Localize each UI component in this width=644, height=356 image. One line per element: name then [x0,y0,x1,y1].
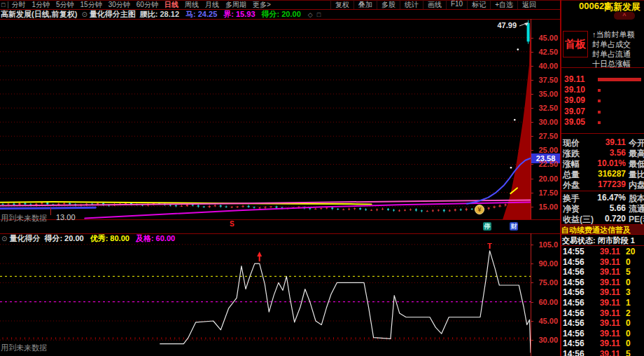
main-axis-tick [531,150,533,151]
ladder-row-39.10[interactable]: 39.10 [561,85,644,95]
symbol-title: 高新发展(日线,前复权) [1,9,77,20]
sub-collapse-icon[interactable]: ⊙ [1,235,7,242]
period-tab-月线[interactable]: 月线 [205,0,219,10]
field-马: 马: 24.25 [186,9,217,20]
tick-volume: 0 [626,318,631,328]
sub-axis-label-30.00: 30.00 [538,336,558,344]
sub-axis-label-75.00: 75.00 [538,278,558,287]
indicator-title[interactable]: 量化得分主图 [90,9,136,20]
toolbar-button-标记[interactable]: 标记 [467,0,490,10]
ladder-volume-bar [598,121,601,124]
toolbar-button-复权[interactable]: 复权 [330,0,354,10]
period-tabs: 分时1分钟5分钟15分钟30分钟60分钟日线周线月线多周期更多> [11,0,270,10]
main-axis-label-42.50: 42.50 [538,48,558,56]
main-axis-tick [531,66,533,67]
toolbar-button-画线[interactable]: 画线 [423,0,446,10]
quote-value: 3.56 [581,148,626,158]
sub-axis-tick [531,245,533,245]
panel-divider-1 [561,133,644,134]
ad-marquee[interactable]: 自动续费通达信普及 [561,224,644,235]
sub-chart-header: ⊙ 量化得分 得分: 20.00优秀: 80.00及格: 60.00 [0,234,531,243]
tick-volume: 1 [626,298,631,308]
ladder-volume-bar [598,89,601,92]
field-及格: 及格: 60.00 [136,233,175,244]
sell-signal-marker: S [230,220,234,228]
main-price-chart[interactable]: 47.99 [0,20,531,220]
tick-time: 14:56 [563,349,584,356]
window-icon[interactable]: □ [1,1,5,8]
ladder-row-39.07[interactable]: 39.07 [561,107,644,117]
field-得分: 得分: 20.00 [262,9,301,20]
tick-row-1: 14:5639.110 [561,257,644,267]
tick-volume: 0 [626,338,631,348]
tick-row-6: 14:5639.112 [561,308,644,318]
main-axis-tick [531,207,533,207]
tick-time: 14:56 [563,257,584,267]
quote-panel: 000628 高新发展 ^ 首板 ↑当前封单额封单占成交封单占流通十日总涨幅 3… [561,0,644,356]
ladder-row-39.05[interactable]: 39.05 [561,117,644,128]
period-tab-1分钟[interactable]: 1分钟 [31,0,50,10]
window-restore-icon[interactable]: □ [317,11,321,18]
toolbar-button-+自选[interactable]: +自选 [490,0,517,10]
quote-row-净资: 净资5.66流通 [561,203,644,213]
tick-price: 39.11 [588,338,620,348]
toolbar-button-叠加[interactable]: 叠加 [354,0,377,10]
tick-price: 39.11 [588,247,620,256]
toolbar-button-F10[interactable]: F10 [446,0,467,10]
period-tab-分时[interactable]: 分时 [11,0,25,10]
main-axis-tick [531,122,533,123]
ladder-volume-bar [598,100,601,102]
tick-time: 14:56 [563,278,584,287]
quote-label: 外盘 [563,179,580,191]
tick-volume: 0 [626,257,631,267]
tick-row-2: 14:5639.115 [561,267,644,277]
future-data-note-sub: 用到未来数据 [1,343,47,353]
sub-indicator-title[interactable]: 量化得分 [9,233,40,244]
sub-chart-canvas [0,243,531,356]
tick-time: 14:56 [563,298,584,308]
score-sub-chart[interactable] [0,243,531,356]
tick-time: 14:56 [563,287,584,297]
period-tab-日线[interactable]: 日线 [164,0,178,10]
trade-status: 交易状态: 闭市阶段 1 [562,235,644,246]
tick-time: 14:56 [563,338,584,348]
period-tab-30分钟[interactable]: 30分钟 [108,0,130,10]
indicator-collapse-icon[interactable]: ⊙ [81,11,87,18]
finance-badge[interactable]: 财 [510,222,518,231]
tick-price: 39.11 [588,329,620,338]
ladder-row-39.09[interactable]: 39.09 [561,95,644,106]
quote-value: 316287 [581,169,626,179]
period-tab-60分钟[interactable]: 60分钟 [136,0,158,10]
tick-row-5: 14:5639.111 [561,298,644,308]
quote-value: 177239 [581,179,626,189]
tick-row-9: 14:5639.110 [561,338,644,348]
board-tag: 首板 [563,31,588,57]
sub-axis-label-105.0: 105.0 [538,240,558,249]
toolbar-button-多股[interactable]: 多股 [377,0,400,10]
limit-board-section: 首板 ↑当前封单额封单占成交封单占流通十日总涨幅 [561,21,644,68]
toolbar-button-统计[interactable]: 统计 [400,0,423,10]
ladder-row-39.11[interactable]: 39.11 [561,74,644,85]
diamond-icon[interactable]: ◇ [308,11,313,18]
quote-row-涨幅: 涨幅10.01%最低 [561,158,644,168]
quote-row-涨跌: 涨跌3.56最高 [561,148,644,158]
tick-row-3: 14:5639.110 [561,278,644,287]
tick-price: 39.11 [588,278,620,287]
quote-value: 39.11 [581,137,626,147]
quote-value: 0.720 [581,214,626,224]
period-tab-周线[interactable]: 周线 [185,0,199,10]
tick-row-4: 14:5639.113 [561,287,644,297]
main-axis-tick [531,136,533,137]
panel-divider-3 [561,245,644,246]
tick-price: 39.11 [588,308,620,318]
quote-value: 5.66 [581,203,626,213]
field-优秀: 优秀: 80.00 [90,233,130,244]
period-tab-多周期[interactable]: 多周期 [225,0,246,10]
period-tab-5分钟[interactable]: 5分钟 [56,0,74,10]
period-tab-15分钟[interactable]: 15分钟 [80,0,102,10]
sub-axis-tick [531,263,533,264]
halt-badge[interactable]: 停 [483,222,491,231]
panel-collapse-button[interactable]: ^ [614,12,635,20]
period-tab-更多>[interactable]: 更多> [253,0,271,10]
quote-value: 10.01% [581,158,626,168]
